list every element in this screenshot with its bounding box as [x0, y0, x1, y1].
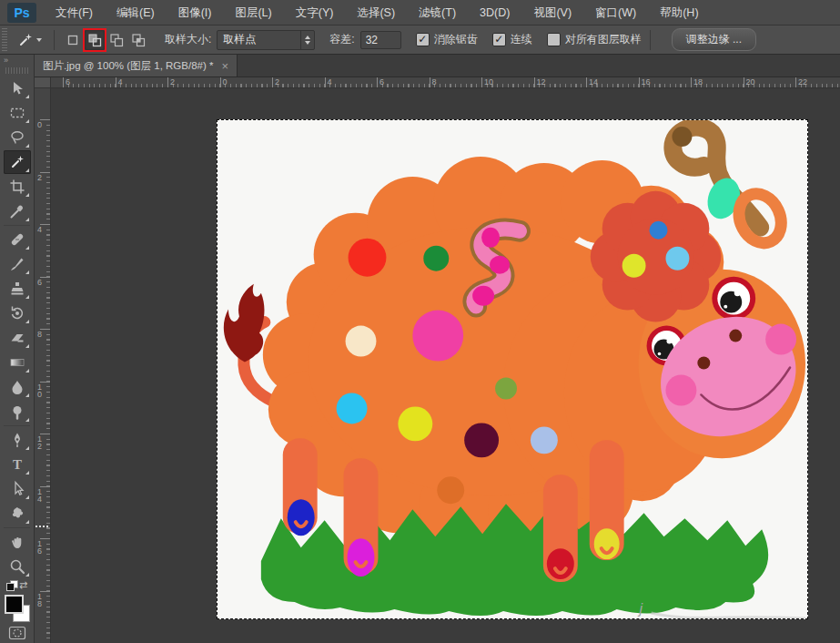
flower-dot-light-blue: [665, 247, 689, 270]
swap-colors-icon[interactable]: ⇄: [19, 579, 27, 591]
magic-wand-icon: [16, 31, 35, 49]
ruler-label: 16: [642, 77, 651, 87]
sample-all-layers-checkbox-group: ✓ 对所有图层取样: [547, 32, 642, 47]
magic-wand-tool-icon: [8, 153, 26, 171]
menu-3d[interactable]: 3D(D): [468, 0, 521, 26]
cow-tail-tuft: [224, 284, 265, 362]
menu-view[interactable]: 视图(V): [521, 0, 583, 26]
lasso-tool-icon: [8, 128, 26, 147]
flower-dot-yellow: [622, 254, 646, 278]
tool-eraser[interactable]: [4, 326, 31, 350]
menu-window[interactable]: 窗口(W): [583, 0, 648, 26]
foreground-color-swatch[interactable]: [5, 595, 24, 614]
blur-tool-icon: [8, 378, 26, 396]
anti-alias-checkbox[interactable]: ✓: [416, 33, 430, 46]
cow-cheek-right: [765, 324, 796, 355]
cow-nostril-left: [697, 357, 710, 370]
menu-file[interactable]: 文件(F): [44, 0, 105, 26]
tool-preset-caret-icon: [36, 38, 42, 42]
tool-type[interactable]: T: [4, 453, 31, 476]
color-swatches: [4, 594, 31, 623]
tool-crop[interactable]: [4, 175, 31, 199]
menu-type[interactable]: 文字(Y): [284, 0, 346, 26]
ruler-label: 4: [118, 77, 123, 87]
tool-move[interactable]: [4, 77, 31, 100]
tool-healing-brush[interactable]: [4, 228, 31, 251]
tool-lasso[interactable]: [4, 126, 31, 149]
body-dot-dark-orange: [437, 476, 464, 504]
tools-panel-gripper[interactable]: [5, 67, 28, 74]
quick-mask-icon: [8, 626, 26, 640]
grass: [261, 502, 768, 616]
horizontal-ruler[interactable]: 6420246810121416182022: [51, 77, 840, 88]
menu-layer[interactable]: 图层(L): [223, 0, 283, 26]
tolerance-input[interactable]: [360, 31, 401, 49]
tool-zoom[interactable]: [4, 555, 31, 578]
ruler-label: 10: [484, 77, 493, 87]
tool-history-brush[interactable]: [4, 301, 31, 325]
tool-blur[interactable]: [4, 375, 31, 399]
hoof-nail-blue: [288, 499, 315, 536]
direct-selection-tool-icon: [8, 480, 26, 498]
logo-text: Ps: [14, 5, 29, 20]
ruler-label: 2: [275, 77, 279, 87]
sample-all-layers-checkbox[interactable]: ✓: [547, 33, 561, 46]
menu-bar: Ps 文件(F) 编辑(E) 图像(I) 图层(L) 文字(Y) 选择(S) 滤…: [0, 0, 840, 26]
tool-rectangular-marquee[interactable]: [4, 101, 31, 125]
sample-size-dropdown[interactable]: 取样点: [217, 30, 315, 50]
clone-stamp-tool-icon: [8, 280, 26, 298]
vertical-ruler[interactable]: 024681 01 21 41 61 8: [35, 88, 51, 643]
ruler-label: 4: [37, 226, 42, 233]
selection-mode-subtract[interactable]: [106, 30, 127, 50]
tool-pen[interactable]: [4, 428, 31, 452]
menu-image[interactable]: 图像(I): [167, 0, 224, 26]
tool-gradient[interactable]: [4, 351, 31, 374]
dodge-tool-icon: [8, 403, 26, 421]
tool-dodge[interactable]: [4, 400, 31, 424]
tool-eyedropper[interactable]: [4, 199, 31, 223]
ruler-tick: [377, 77, 378, 87]
photoshop-window: Ps 文件(F) 编辑(E) 图像(I) 图层(L) 文字(Y) 选择(S) 滤…: [0, 0, 840, 643]
tab-close-icon[interactable]: ×: [221, 60, 228, 72]
menu-filter[interactable]: 滤镜(T): [407, 0, 468, 26]
options-bar-gripper[interactable]: [2, 28, 7, 52]
eraser-tool-icon: [8, 329, 26, 347]
tool-magic-wand[interactable]: [4, 150, 31, 174]
pen-tool-icon: [8, 431, 26, 449]
document-canvas[interactable]: j: [217, 119, 808, 619]
healing-brush-tool-icon: [8, 230, 26, 249]
default-colors-icon[interactable]: [6, 580, 16, 590]
tolerance-label: 容差:: [329, 32, 354, 47]
selection-mode-add[interactable]: [85, 30, 105, 50]
cow-illustration[interactable]: j: [218, 120, 807, 618]
tools-panel-collapse-button[interactable]: »: [0, 55, 34, 66]
selection-mode-intersect[interactable]: [128, 30, 148, 50]
menu-help[interactable]: 帮助(H): [648, 0, 710, 26]
tool-clone-stamp[interactable]: [4, 277, 31, 301]
menu-edit[interactable]: 编辑(E): [105, 0, 167, 26]
menu-select[interactable]: 选择(S): [345, 0, 407, 26]
current-tool-button[interactable]: [13, 29, 46, 51]
contiguous-checkbox[interactable]: ✓: [492, 33, 506, 46]
body-dot-maroon: [464, 423, 499, 457]
ruler-label: 14: [589, 77, 598, 87]
ruler-label: 18: [693, 77, 703, 87]
ruler-label: 2: [37, 174, 42, 181]
ruler-label: 4: [328, 77, 332, 87]
document-tab-title: 图片.jpg @ 100% (图层 1, RGB/8#) *: [43, 59, 213, 73]
refine-edge-button[interactable]: 调整边缘 ...: [672, 28, 756, 51]
ruler-label: 22: [798, 77, 807, 87]
ruler-label: 8: [37, 331, 42, 338]
tool-hand[interactable]: [4, 530, 31, 554]
document-tab[interactable]: 图片.jpg @ 100% (图层 1, RGB/8#) * ×: [35, 55, 238, 77]
selection-mode-new[interactable]: [63, 30, 83, 50]
flower-dot-blue: [650, 221, 668, 240]
quick-mask-button[interactable]: [4, 624, 31, 642]
ruler-label: 20: [746, 77, 755, 87]
ruler-label: 6: [37, 279, 42, 286]
ruler-origin-box[interactable]: [35, 77, 51, 88]
svg-text:T: T: [12, 457, 21, 472]
tool-custom-shape[interactable]: [4, 502, 31, 526]
tool-brush[interactable]: [4, 252, 31, 276]
tool-direct-selection[interactable]: [4, 477, 31, 501]
